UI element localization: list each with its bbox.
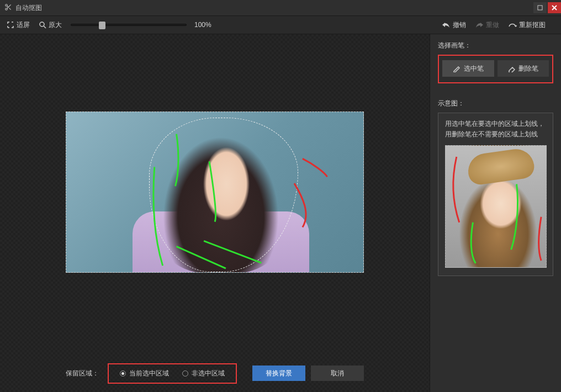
example-section-title: 示意图： bbox=[438, 99, 553, 108]
redo-button[interactable]: 重做 bbox=[475, 20, 499, 30]
example-hat bbox=[466, 147, 536, 186]
radio-dot-icon bbox=[182, 370, 188, 377]
select-brush-button[interactable]: 选中笔 bbox=[442, 60, 494, 77]
undo-icon bbox=[442, 21, 451, 29]
side-panel: 选择画笔： 选中笔 删除笔 示意图： 用选中笔在要选中的区域上划线，用删除笔在不… bbox=[430, 34, 561, 392]
delete-brush-button[interactable]: 删除笔 bbox=[498, 60, 549, 77]
toolbar: 适屏 原大 100% 撤销 重做 重新抠图 bbox=[0, 15, 561, 34]
cancel-button[interactable]: 取消 bbox=[311, 365, 364, 381]
radio-label: 当前选中区域 bbox=[129, 369, 169, 378]
slider-thumb[interactable] bbox=[99, 22, 105, 29]
retain-label: 保留区域： bbox=[66, 369, 99, 378]
titlebar: 自动抠图 bbox=[0, 0, 561, 15]
radio-current-selection[interactable]: 当前选中区域 bbox=[120, 369, 169, 378]
example-box: 用选中笔在要选中的区域上划线，用删除笔在不需要的区域上划线 bbox=[438, 113, 553, 276]
recut-label: 重新抠图 bbox=[519, 20, 546, 30]
fit-label: 适屏 bbox=[17, 20, 30, 30]
radio-dot-icon bbox=[120, 370, 126, 377]
svg-line-9 bbox=[44, 26, 46, 28]
svg-point-0 bbox=[6, 4, 8, 6]
undo-label: 撤销 bbox=[453, 20, 466, 30]
window-title: 自动抠图 bbox=[15, 3, 42, 13]
button-label: 删除笔 bbox=[518, 64, 538, 73]
brush-section-title: 选择画笔： bbox=[438, 41, 553, 50]
original-size-button[interactable]: 原大 bbox=[39, 20, 62, 30]
original-label: 原大 bbox=[49, 20, 62, 30]
image-subject bbox=[149, 123, 293, 273]
button-label: 取消 bbox=[331, 369, 344, 378]
replace-background-button[interactable]: 替换背景 bbox=[252, 365, 305, 381]
svg-line-4 bbox=[7, 6, 8, 7]
fit-screen-button[interactable]: 适屏 bbox=[7, 20, 30, 30]
recut-button[interactable]: 重新抠图 bbox=[508, 20, 546, 30]
example-text: 用选中笔在要选中的区域上划线，用删除笔在不需要的区域上划线 bbox=[445, 119, 546, 140]
example-image bbox=[445, 145, 547, 268]
brush-buttons: 选中笔 删除笔 bbox=[438, 55, 553, 83]
svg-line-3 bbox=[9, 8, 10, 9]
recut-icon bbox=[508, 21, 517, 29]
minimize-button[interactable] bbox=[533, 2, 547, 13]
brush-icon bbox=[453, 65, 461, 72]
undo-button[interactable]: 撤销 bbox=[442, 20, 466, 30]
redo-icon bbox=[475, 21, 484, 29]
eraser-icon bbox=[507, 65, 515, 72]
scissors-icon bbox=[4, 3, 12, 13]
zoom-value: 100% bbox=[194, 21, 211, 29]
svg-point-1 bbox=[6, 8, 8, 10]
fit-icon bbox=[7, 21, 14, 29]
redo-label: 重做 bbox=[486, 20, 499, 30]
radio-non-selection[interactable]: 非选中区域 bbox=[182, 369, 225, 378]
svg-rect-5 bbox=[538, 6, 542, 10]
magnify-icon bbox=[39, 21, 46, 29]
close-button[interactable] bbox=[548, 2, 561, 13]
canvas-area: 保留区域： 当前选中区域 非选中区域 替换背景 取消 bbox=[0, 34, 430, 392]
radio-label: 非选中区域 bbox=[192, 369, 225, 378]
svg-point-8 bbox=[40, 22, 44, 27]
button-label: 选中笔 bbox=[464, 64, 484, 73]
retain-option-group: 当前选中区域 非选中区域 bbox=[108, 363, 237, 384]
button-label: 替换背景 bbox=[266, 369, 292, 378]
main-image[interactable] bbox=[66, 112, 364, 273]
bottom-bar: 保留区域： 当前选中区域 非选中区域 替换背景 取消 bbox=[0, 357, 430, 390]
zoom-slider[interactable]: 100% bbox=[71, 21, 211, 29]
